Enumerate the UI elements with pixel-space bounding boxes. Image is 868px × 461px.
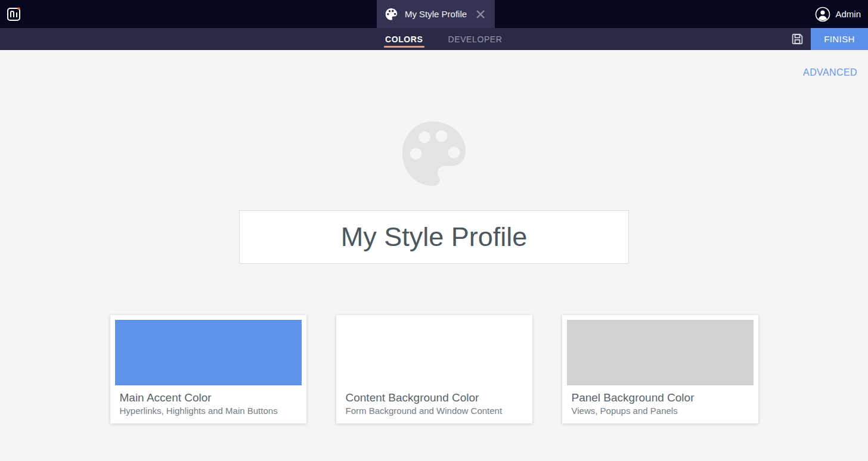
color-swatch[interactable] [341,320,528,385]
profile-palette-illustration [400,120,468,191]
top-bar: My Style Profile Admin [0,0,868,28]
user-name: Admin [835,9,861,19]
color-cards-row: Main Accent Color Hyperlinks, Highlights… [0,315,868,423]
main-content: ADVANCED My Style Profile Main Accent Co… [0,51,868,461]
save-floppy-icon [791,33,804,45]
profile-title-box[interactable]: My Style Profile [239,210,629,264]
document-tab-my-style-profile[interactable]: My Style Profile [377,0,495,28]
palette-icon [385,8,398,21]
tab-title: My Style Profile [405,9,467,19]
card-main-accent-color[interactable]: Main Accent Color Hyperlinks, Highlights… [110,315,306,423]
app-logo-icon [7,7,22,22]
tab-close-button[interactable] [474,8,486,21]
card-title: Content Background Color [346,391,528,404]
card-title: Panel Background Color [572,391,754,404]
color-swatch[interactable] [567,320,754,385]
card-subtitle: Form Background and Window Content [346,406,528,416]
advanced-link[interactable]: ADVANCED [803,67,857,78]
card-content-background-color[interactable]: Content Background Color Form Background… [336,315,532,423]
card-title: Main Accent Color [120,391,302,404]
card-panel-background-color[interactable]: Panel Background Color Views, Popups and… [562,315,758,423]
editor-toolbar: COLORS DEVELOPER FINISH [0,28,868,50]
profile-title: My Style Profile [341,222,528,253]
user-menu[interactable]: Admin [815,0,861,28]
mode-tabs: COLORS DEVELOPER [377,28,511,50]
app-logo[interactable] [5,5,24,24]
user-avatar-icon [815,7,830,22]
save-button[interactable] [783,28,811,50]
finish-button[interactable]: FINISH [811,28,868,50]
card-subtitle: Hyperlinks, Highlights and Main Buttons [120,406,302,416]
toolbar-right: FINISH [783,28,868,50]
tab-colors[interactable]: COLORS [377,28,432,50]
card-subtitle: Views, Popups and Panels [572,406,754,416]
palette-icon [400,120,468,188]
close-icon [476,10,485,19]
tab-developer[interactable]: DEVELOPER [440,28,511,50]
color-swatch[interactable] [115,320,302,385]
